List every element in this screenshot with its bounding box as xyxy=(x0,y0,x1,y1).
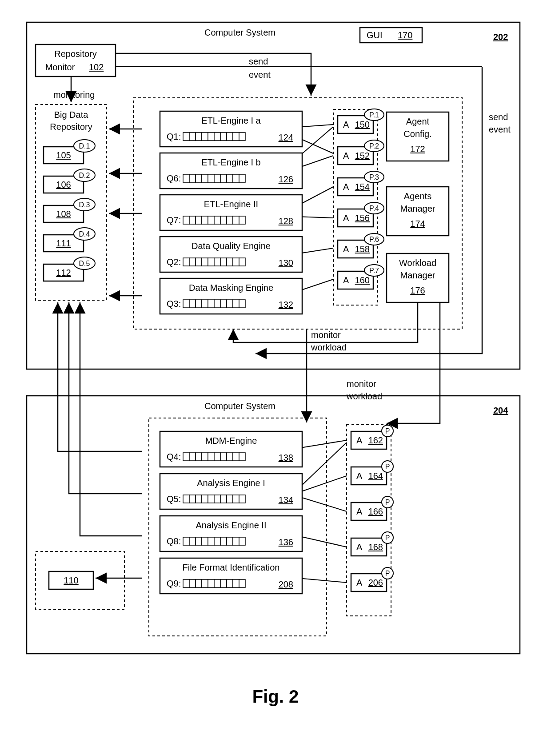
wl-mgr-l1: Workload xyxy=(399,258,436,268)
agent-ref: 156 xyxy=(355,213,370,223)
svg-rect-8 xyxy=(227,133,233,141)
svg-rect-34 xyxy=(202,258,208,266)
svg-rect-43 xyxy=(196,300,202,308)
svg-rect-13 xyxy=(196,174,202,182)
svg-rect-24 xyxy=(202,216,208,224)
engine-ref: 126 xyxy=(279,174,293,184)
svg-rect-49 xyxy=(233,300,239,308)
agents-mgr-l1: Agents xyxy=(404,191,431,201)
agent-badge-text: P.6 xyxy=(369,236,379,243)
engine-q: Q8: xyxy=(167,536,181,546)
svg-rect-81 xyxy=(183,579,189,587)
svg-rect-33 xyxy=(196,258,202,266)
repo-badge-text: D.2 xyxy=(79,172,90,179)
top-system-title: Computer System xyxy=(204,28,276,37)
svg-rect-60 xyxy=(239,453,245,461)
engine-q: Q4: xyxy=(167,452,181,462)
engine-name: File Format Identification xyxy=(183,563,280,572)
agent-ref: 162 xyxy=(368,435,383,445)
svg-rect-10 xyxy=(239,133,245,141)
svg-rect-61 xyxy=(183,495,189,503)
lbl-monitor-bot: monitor xyxy=(347,379,376,389)
gui-label: GUI xyxy=(367,30,383,40)
svg-rect-29 xyxy=(233,216,239,224)
agent-badge-text: P.3 xyxy=(369,173,379,181)
engine-name: Analysis Engine II xyxy=(196,520,267,530)
lbl-send2: send xyxy=(489,112,508,122)
svg-rect-11 xyxy=(183,174,189,182)
svg-rect-3 xyxy=(196,133,202,141)
repo-item-ref: 106 xyxy=(56,180,71,189)
svg-rect-41 xyxy=(183,300,189,308)
repo-title2: Repository xyxy=(50,122,92,132)
svg-rect-14 xyxy=(202,174,208,182)
engine-ref: 134 xyxy=(279,495,293,505)
svg-rect-74 xyxy=(202,537,208,545)
agent-badge-text: P.1 xyxy=(369,111,379,119)
svg-rect-72 xyxy=(189,537,196,545)
svg-rect-85 xyxy=(208,579,214,587)
lbl-monitoring: monitoring xyxy=(53,90,95,100)
svg-rect-83 xyxy=(196,579,202,587)
agent-config-l1: Agent xyxy=(406,117,430,126)
engine-q: Q3: xyxy=(167,299,181,309)
agent-ref: 150 xyxy=(355,120,370,129)
agent-ref: 158 xyxy=(355,244,370,254)
engine-name: Data Quality Engine xyxy=(192,241,271,251)
repo-item-ref: 108 xyxy=(56,209,71,219)
svg-rect-55 xyxy=(208,453,214,461)
svg-rect-84 xyxy=(202,579,208,587)
svg-rect-53 xyxy=(196,453,202,461)
svg-rect-47 xyxy=(220,300,227,308)
svg-rect-19 xyxy=(233,174,239,182)
svg-rect-70 xyxy=(239,495,245,503)
svg-rect-57 xyxy=(220,453,227,461)
agent-ref: 168 xyxy=(368,542,383,552)
agent-badge-text: P xyxy=(385,570,390,577)
svg-rect-48 xyxy=(227,300,233,308)
engine-name: Analysis Engine I xyxy=(197,478,265,488)
svg-rect-38 xyxy=(227,258,233,266)
bottom-system-ref: 204 xyxy=(493,406,508,415)
agent-ref: 166 xyxy=(368,507,383,516)
svg-rect-31 xyxy=(183,258,189,266)
svg-rect-37 xyxy=(220,258,227,266)
svg-rect-4 xyxy=(202,133,208,141)
repo-item-ref: 111 xyxy=(56,238,71,248)
svg-rect-77 xyxy=(220,537,227,545)
engine-q: Q5: xyxy=(167,494,181,504)
svg-rect-1 xyxy=(183,133,189,141)
engine-ref: 124 xyxy=(279,133,293,142)
repo-badge-text: D.3 xyxy=(79,201,90,209)
agent-A: A xyxy=(356,471,363,481)
svg-rect-54 xyxy=(202,453,208,461)
svg-rect-12 xyxy=(189,174,196,182)
agent-badge-text: P.2 xyxy=(369,142,379,150)
engine-name: ETL-Engine II xyxy=(204,199,258,209)
agent-A: A xyxy=(356,542,363,552)
agent-A: A xyxy=(343,244,349,254)
engine-name: Data Masking Engine xyxy=(189,283,273,293)
svg-rect-17 xyxy=(220,174,227,182)
svg-rect-69 xyxy=(233,495,239,503)
repo-monitor-label1: Repository xyxy=(54,49,97,59)
agent-A: A xyxy=(343,213,349,223)
bottom-system-title: Computer System xyxy=(204,401,276,411)
svg-rect-40 xyxy=(239,258,245,266)
svg-rect-6 xyxy=(214,133,220,141)
agent-A: A xyxy=(343,120,349,129)
svg-rect-46 xyxy=(214,300,220,308)
lbl-monitor-top: monitor xyxy=(311,330,341,340)
svg-rect-64 xyxy=(202,495,208,503)
wl-mgr-l2: Manager xyxy=(400,270,435,280)
svg-rect-20 xyxy=(239,174,245,182)
agent-A: A xyxy=(343,182,349,192)
svg-rect-7 xyxy=(220,133,227,141)
engine-name: MDM-Engine xyxy=(205,436,257,446)
engine-ref: 208 xyxy=(279,579,293,589)
agent-badge-text: P xyxy=(385,534,390,542)
svg-rect-68 xyxy=(227,495,233,503)
agent-badge-text: P xyxy=(385,499,390,506)
top-system-ref: 202 xyxy=(493,32,508,42)
agent-badge-text: P.7 xyxy=(369,267,379,274)
